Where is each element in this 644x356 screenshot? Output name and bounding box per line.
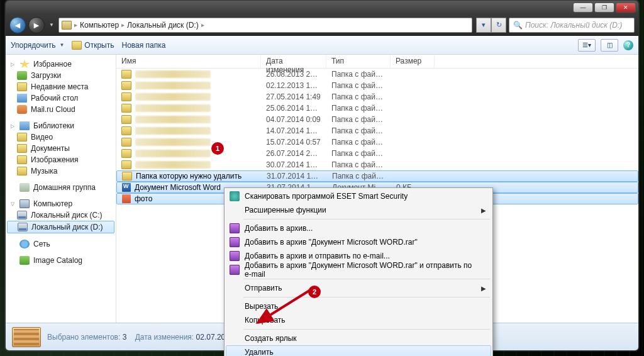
sidebar-favorites[interactable]: ▷Избранное [6,58,116,70]
sidebar-homegroup[interactable]: Домашняя группа [6,182,116,193]
catalog-icon [19,256,30,265]
ctx-eset-scan[interactable]: Сканировать программой ESET Smart Securi… [226,189,491,203]
column-headers[interactable]: Имя Дата изменения Тип Размер [116,55,638,69]
file-date: 31.07.2014 10:00 [262,172,327,181]
view-mode-button[interactable]: ☰▾ [578,39,596,52]
sidebar-computer[interactable]: ▽Компьютер [6,198,116,209]
breadcrumb-computer[interactable]: Компьютер [80,21,119,30]
nav-back-button[interactable]: ◄ [9,17,26,33]
file-type: Папка с файлами [326,126,391,135]
file-row-selected[interactable]: Папка которую нужно удалить31.07.2014 10… [116,170,638,182]
minimize-button[interactable]: — [573,3,593,13]
blurred-filename [135,138,211,146]
rar-icon [230,251,240,261]
file-type: Папка с файлами [326,138,391,147]
file-row[interactable]: 26.08.2013 22:26Папка с файлами [116,69,638,80]
sidebar-video[interactable]: Видео [6,131,116,143]
pictures-icon [17,155,27,164]
star-icon [19,60,30,69]
file-date: 30.07.2014 10:07 [261,160,326,169]
eset-icon [230,191,240,201]
folder-icon [121,149,131,158]
ctx-send[interactable]: Отправить▶ [226,281,491,295]
sidebar-music[interactable]: Музыка [6,165,116,177]
rar-icon [230,265,240,275]
file-row[interactable]: 04.07.2014 0:09Папка с файлами [116,114,638,125]
sidebar-pictures[interactable]: Изображения [6,154,116,165]
col-date[interactable]: Дата изменения [261,55,326,68]
preview-pane-button[interactable]: ◫ [601,39,618,52]
sidebar-desktop[interactable]: Рабочий стол [6,92,116,104]
organize-button[interactable]: Упорядочить▼ [11,41,64,50]
breadcrumb-sep-icon: ▸ [201,21,204,28]
file-type: Папка с файлами [326,115,391,124]
blurred-filename [135,93,211,101]
col-size[interactable]: Размер [391,55,435,68]
file-date: 26.08.2013 22:26 [261,70,326,79]
sidebar-libraries[interactable]: ▷Библиотеки [6,120,116,131]
maximize-button[interactable]: ❐ [594,3,614,13]
file-type: Папка с файлами [326,104,391,113]
downloads-icon [17,71,27,80]
new-folder-button[interactable]: Новая папка [121,41,165,50]
file-row[interactable]: 26.07.2014 23:51Папка с файлами [116,148,638,159]
file-row[interactable]: 25.06.2014 10:29Папка с файлами [116,103,638,114]
search-input[interactable]: 🔍 Поиск: Локальный диск (D:) [509,18,635,33]
nav-history-drop[interactable]: ▼ [47,19,56,31]
titlebar: — ❐ ✕ [6,1,638,14]
file-date: 02.12.2013 10:35 [261,81,326,90]
file-row[interactable]: 15.07.2014 0:57Папка с файлами [116,136,638,148]
ctx-copy[interactable]: Копировать [226,313,491,327]
chevron-down-icon: ▼ [59,42,64,48]
word-icon [122,183,131,192]
file-row[interactable]: 14.07.2014 12:54Папка с файлами [116,125,638,136]
address-drop-button[interactable]: ▾ [476,18,491,33]
ctx-shortcut[interactable]: Создать ярлык [226,331,491,345]
image-icon [122,194,131,203]
sidebar: ▷Избранное Загрузки Недавние места Рабоч… [6,55,116,323]
ctx-delete[interactable]: Удалить [226,345,491,356]
ctx-add-archive[interactable]: Добавить в архив... [226,221,491,235]
folder-icon [121,104,131,113]
nav-forward-button[interactable]: ► [28,17,45,33]
file-type: Папка с файлами [327,172,391,181]
address-bar[interactable]: ▸ Компьютер ▸ Локальный диск (D:) ▸ [58,18,472,33]
file-name: Папка которую нужно удалить [136,172,242,181]
search-placeholder: Поиск: Локальный диск (D:) [525,21,622,30]
homegroup-icon [19,183,30,192]
ctx-cut[interactable]: Вырезать [226,299,491,313]
file-row[interactable]: 30.07.2014 10:07Папка с файлами [116,159,638,170]
sidebar-network[interactable]: Сеть [6,238,116,250]
sidebar-cloud[interactable]: Mail.ru Cloud [6,104,116,115]
col-name[interactable]: Имя [116,55,261,68]
open-button[interactable]: Открыть [72,41,114,50]
breadcrumb-drive-d[interactable]: Локальный диск (D:) [127,21,199,30]
blurred-filename [135,82,211,89]
file-row[interactable]: 27.05.2014 1:49Папка с файлами [116,91,638,103]
file-date: 04.07.2014 0:09 [261,115,326,124]
help-button[interactable]: ? [623,40,633,50]
ctx-add-archive-word-email[interactable]: Добавить в архив "Документ Microsoft WOR… [226,263,491,277]
computer-icon [19,199,30,208]
col-type[interactable]: Тип [326,55,391,68]
ctx-extended[interactable]: Расширенные функции▶ [226,203,491,217]
sidebar-drive-d[interactable]: Локальный диск (D:) [7,221,114,233]
network-icon [19,240,30,248]
sidebar-image-catalog[interactable]: Image Catalog [6,255,116,266]
sidebar-documents[interactable]: Документы [6,143,116,154]
blurred-filename [135,116,211,123]
cloud-icon [17,105,27,114]
breadcrumb-sep-icon: ▸ [121,21,125,28]
ctx-add-archive-word[interactable]: Добавить в архив "Документ Microsoft WOR… [226,235,491,249]
submenu-arrow-icon: ▶ [481,207,486,214]
sidebar-downloads[interactable]: Загрузки [6,70,116,81]
libraries-icon [19,121,30,130]
file-row[interactable]: 02.12.2013 10:35Папка с файлами [116,80,638,91]
close-button[interactable]: ✕ [616,3,636,13]
drive-icon [62,21,72,30]
file-type: Папка с файлами [326,81,391,90]
sidebar-recent[interactable]: Недавние места [6,81,116,92]
refresh-button[interactable]: ↻ [491,18,506,33]
search-icon: 🔍 [513,21,523,30]
sidebar-drive-c[interactable]: Локальный диск (С:) [6,209,116,221]
